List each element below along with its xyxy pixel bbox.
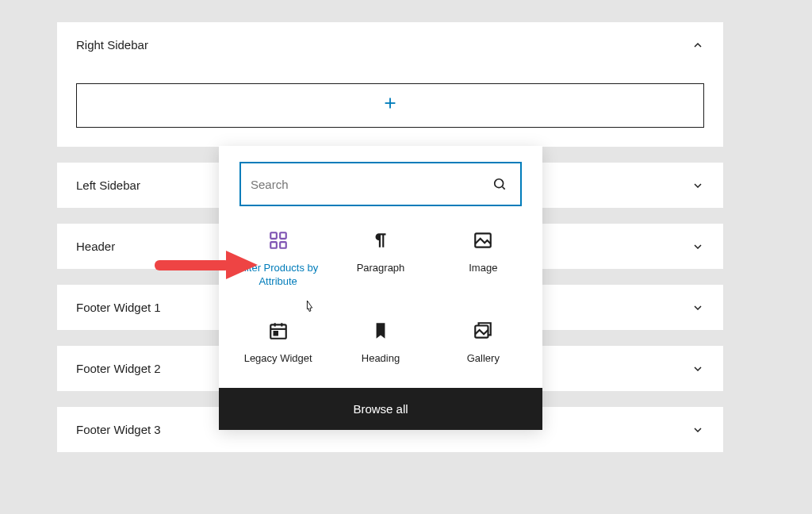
chevron-down-icon[interactable]	[691, 179, 704, 192]
widget-area-right-sidebar[interactable]: Right Sidebar	[57, 22, 723, 147]
image-icon	[473, 230, 493, 251]
svg-rect-5	[280, 232, 286, 239]
svg-rect-7	[280, 242, 286, 248]
block-gallery[interactable]: Gallery	[432, 316, 534, 370]
chevron-down-icon[interactable]	[691, 301, 704, 314]
block-label: Legacy Widget	[244, 352, 312, 366]
area-title: Footer Widget 2	[76, 362, 161, 375]
gallery-icon	[473, 320, 493, 341]
paragraph-icon	[370, 230, 391, 251]
search-box[interactable]	[239, 162, 522, 206]
area-title: Header	[76, 240, 115, 253]
block-label: Gallery	[467, 352, 500, 366]
add-block-button[interactable]	[76, 83, 704, 128]
area-title: Footer Widget 3	[76, 423, 161, 436]
svg-rect-4	[270, 232, 277, 239]
chevron-down-icon[interactable]	[691, 240, 704, 253]
block-label: Filter Products by Attribute	[235, 262, 322, 289]
block-label: Paragraph	[357, 262, 405, 275]
browse-all-button[interactable]: Browse all	[219, 388, 542, 430]
block-paragraph[interactable]: Paragraph	[329, 225, 431, 293]
chevron-down-icon[interactable]	[691, 362, 704, 375]
svg-line-3	[503, 187, 505, 190]
search-input[interactable]	[251, 178, 492, 191]
search-icon	[492, 176, 508, 192]
calendar-icon	[268, 320, 289, 341]
block-legacy-widget[interactable]: Legacy Widget	[227, 316, 329, 370]
chevron-up-icon[interactable]	[691, 39, 704, 52]
block-heading[interactable]: Heading	[329, 316, 431, 370]
area-title: Right Sidebar	[76, 38, 148, 52]
plus-icon	[381, 94, 399, 117]
chevron-down-icon[interactable]	[691, 424, 704, 436]
bookmark-icon	[370, 320, 391, 341]
browse-all-label: Browse all	[353, 402, 408, 416]
area-title: Footer Widget 1	[76, 301, 161, 314]
grid-icon	[268, 230, 289, 251]
svg-rect-13	[274, 332, 277, 335]
block-label: Image	[469, 262, 497, 275]
block-image[interactable]: Image	[432, 225, 534, 293]
block-filter-products-by-attribute[interactable]: Filter Products by Attribute	[227, 225, 329, 293]
svg-point-2	[495, 179, 504, 188]
svg-rect-6	[270, 242, 277, 248]
area-title: Left Sidebar	[76, 178, 140, 192]
block-label: Heading	[362, 352, 400, 366]
block-inserter-popover: Filter Products by Attribute Paragraph I…	[219, 146, 542, 430]
